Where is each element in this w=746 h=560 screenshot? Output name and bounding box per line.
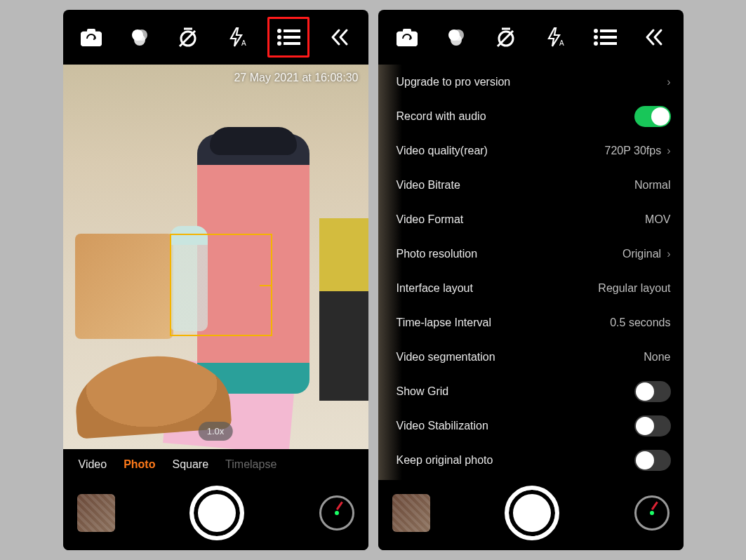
row-video-segmentation-label: Video segmentation [397, 351, 495, 364]
row-keep-original-photo[interactable]: Keep original photo [397, 443, 671, 477]
toggle-record-audio[interactable] [634, 106, 671, 127]
svg-rect-12 [284, 36, 300, 39]
svg-rect-27 [600, 36, 617, 39]
row-record-audio[interactable]: Record with audio [397, 99, 671, 133]
bottom-controls [63, 480, 368, 550]
toggle-show-grid[interactable] [634, 381, 671, 402]
row-photo-resolution-label: Photo resolution [397, 248, 478, 260]
settings-list-icon-highlighted [267, 17, 309, 58]
filters-icon[interactable] [121, 19, 158, 55]
svg-rect-1 [87, 29, 95, 34]
row-video-quality-value: 720P 30fps [605, 145, 662, 157]
row-interface-layout[interactable]: Interface layout Regular layout [397, 271, 671, 305]
svg-point-28 [594, 41, 598, 46]
collapse-toolbar-icon[interactable] [636, 19, 672, 55]
flash-auto-icon[interactable]: A [219, 19, 255, 55]
row-show-grid-label: Show Grid [397, 385, 449, 398]
mode-square[interactable]: Square [172, 458, 208, 471]
zoom-indicator[interactable]: 1.0x [199, 422, 233, 441]
chevron-right-icon: › [667, 76, 670, 88]
row-video-stabilization[interactable]: Video Stabilization [397, 408, 671, 443]
switch-camera-icon[interactable] [73, 19, 109, 55]
row-record-audio-label: Record with audio [397, 110, 486, 123]
timestamp-overlay: 27 May 2021 at 16:08:30 [234, 72, 358, 84]
chevron-right-icon: › [667, 145, 670, 157]
timer-icon[interactable] [170, 19, 206, 55]
row-video-quality[interactable]: Video quality(rear) 720P 30fps › [397, 133, 671, 168]
camera-viewfinder[interactable]: 27 May 2021 at 16:08:30 1.0x [63, 65, 368, 449]
shutter-button[interactable] [189, 486, 244, 540]
row-video-quality-label: Video quality(rear) [397, 145, 488, 157]
svg-rect-14 [284, 42, 300, 45]
filters-icon[interactable] [438, 19, 474, 55]
svg-point-4 [134, 34, 145, 46]
camera-screen-settings: A Upgrade to pro version › Record with a… [378, 10, 684, 550]
svg-point-24 [594, 29, 598, 33]
row-interface-layout-value: Regular layout [598, 282, 670, 295]
shutter-button[interactable] [505, 486, 559, 540]
row-keep-original-photo-label: Keep original photo [397, 454, 493, 467]
settings-list-icon[interactable] [587, 19, 623, 55]
mode-timelapse[interactable]: Timelapse [225, 458, 277, 471]
row-video-bitrate-label: Video Bitrate [397, 179, 460, 192]
chevron-right-icon: › [667, 248, 670, 260]
svg-point-19 [451, 34, 462, 46]
focus-indicator [170, 234, 272, 336]
svg-text:A: A [241, 39, 246, 47]
row-photo-resolution-value: Original [622, 248, 661, 260]
row-video-segmentation-value: None [644, 351, 670, 364]
row-video-format-value: MOV [645, 213, 670, 226]
capture-modes: Video Photo Square Timelapse [63, 449, 368, 480]
row-upgrade[interactable]: Upgrade to pro version › [397, 65, 671, 99]
svg-text:A: A [559, 39, 564, 47]
row-timelapse-interval-value: 0.5 seconds [610, 316, 670, 329]
svg-rect-29 [600, 42, 617, 45]
svg-rect-10 [284, 29, 300, 32]
top-toolbar: A [63, 10, 368, 65]
bottom-controls [378, 480, 684, 550]
pro-dial-button[interactable] [634, 495, 670, 531]
row-upgrade-label: Upgrade to pro version [397, 76, 511, 88]
settings-list-icon[interactable] [277, 28, 300, 46]
row-timelapse-interval[interactable]: Time-lapse Interval 0.5 seconds [397, 305, 671, 340]
switch-camera-icon[interactable] [389, 19, 425, 55]
svg-point-13 [277, 41, 281, 46]
flash-auto-icon[interactable]: A [537, 19, 573, 55]
svg-point-26 [594, 35, 598, 39]
mode-video[interactable]: Video [79, 458, 107, 471]
svg-rect-25 [600, 29, 617, 32]
toggle-keep-original[interactable] [634, 450, 671, 471]
mode-photo[interactable]: Photo [124, 458, 155, 471]
svg-point-11 [277, 35, 281, 39]
svg-rect-16 [403, 29, 411, 34]
row-video-segmentation[interactable]: Video segmentation None [397, 340, 671, 374]
row-video-bitrate[interactable]: Video Bitrate Normal [397, 168, 671, 202]
gallery-thumbnail[interactable] [77, 494, 115, 532]
row-show-grid[interactable]: Show Grid [397, 374, 671, 408]
row-video-format-label: Video Format [397, 213, 464, 226]
row-mirror-front-camera[interactable]: Mirror front camera [397, 477, 671, 480]
settings-panel[interactable]: Upgrade to pro version › Record with aud… [378, 65, 684, 480]
timer-icon[interactable] [488, 19, 524, 55]
toggle-video-stabilization[interactable] [634, 415, 671, 436]
pro-dial-button[interactable] [319, 495, 354, 531]
camera-screen-viewfinder: A 27 May 2021 at 16:08:30 1.0x Video Pho… [63, 10, 368, 550]
row-video-bitrate-value: Normal [634, 179, 671, 192]
row-interface-layout-label: Interface layout [397, 282, 473, 295]
row-timelapse-interval-label: Time-lapse Interval [397, 316, 491, 329]
gallery-thumbnail[interactable] [392, 494, 430, 532]
row-photo-resolution[interactable]: Photo resolution Original › [397, 236, 671, 271]
row-video-stabilization-label: Video Stabilization [397, 420, 488, 432]
svg-point-9 [277, 29, 281, 33]
top-toolbar: A [378, 10, 684, 65]
collapse-toolbar-icon[interactable] [321, 19, 358, 55]
row-video-format[interactable]: Video Format MOV [397, 202, 671, 236]
settings-list: Upgrade to pro version › Record with aud… [391, 65, 684, 480]
